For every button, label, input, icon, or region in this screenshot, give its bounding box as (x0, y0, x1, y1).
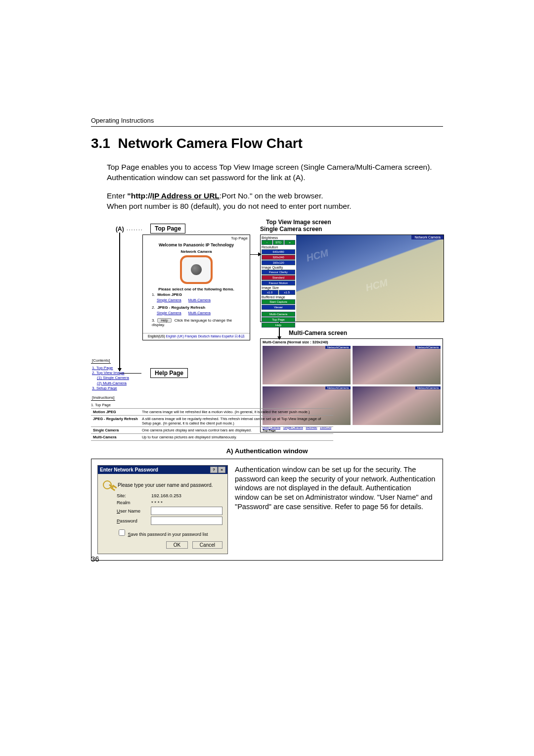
site-label: Site: (117, 493, 151, 498)
cancel-button[interactable]: Cancel (192, 541, 222, 549)
instructions-label: [Instructions] (91, 395, 115, 401)
instr-row-3: Single CameraOne camera picture display … (91, 426, 333, 433)
res-160[interactable]: 160x120 (262, 260, 295, 265)
brightness-std[interactable]: STD (273, 240, 284, 245)
top-page-camera-label: Network Camera (143, 249, 250, 254)
network-camera-tag: Network Camera (411, 235, 444, 239)
help-button[interactable]: Help (157, 318, 171, 323)
window-buttons: ?× (210, 467, 225, 473)
auth-description: Authentication window can be set up for … (235, 465, 437, 512)
multi-camera-head: Multi-Camera (Normal size : 320x240) (263, 340, 441, 344)
multi-camera-cell-4: NetworkCamera (353, 386, 441, 425)
watermark-1: HCM (305, 247, 330, 264)
quality-clarity[interactable]: Favour Clarity (262, 270, 295, 275)
flow-chart: (A) ······· Top Page Top View Image scre… (91, 220, 443, 437)
ok-button[interactable]: OK (166, 541, 188, 549)
single-camera-window: Brightness - STD + Resolution 640x480 32… (260, 235, 444, 322)
close-icon[interactable]: × (218, 467, 225, 473)
size-label: Image Size (262, 286, 295, 289)
link-multi-camera[interactable]: Multi-Camera (188, 298, 211, 302)
marker-a: (A) (116, 226, 124, 233)
help-link-4[interactable]: (2) Multi-Camera (97, 381, 249, 386)
section-heading: 3.1 Network Camera Flow Chart (91, 136, 443, 151)
top-page-window: Top Page Welcome to Panasonic IP Technol… (142, 235, 250, 340)
port-note: When port number is 80 (default), you do… (107, 202, 352, 210)
dialog-title: Enter Network Password (100, 467, 158, 472)
watermark-2: HCM (364, 277, 389, 293)
help-link-5[interactable]: 3. Setup Page (92, 386, 249, 391)
section-number: 3.1 (91, 136, 110, 151)
single-camera-image: Network Camera HCM HCM (296, 235, 444, 322)
password-input[interactable] (151, 517, 222, 525)
label-top-view: Top View Image screen (266, 219, 331, 226)
username-input[interactable] (151, 507, 222, 515)
dotted-connector: ······· (127, 227, 143, 233)
help-contents: [Contents] 1. Top Page 2. Top View Image… (91, 358, 249, 441)
password-label: Password (117, 518, 151, 523)
lang-options[interactable]: English (UK) Français Deutsch Italiano E… (166, 334, 245, 338)
page-number: 36 (91, 555, 99, 563)
save-password-checkbox[interactable] (119, 529, 125, 536)
quality-standard[interactable]: Standard (262, 275, 295, 280)
section-title: Network Camera Flow Chart (118, 136, 303, 151)
size-1x[interactable]: x1.0 (262, 290, 278, 295)
size-1-5x[interactable]: x1.5 (279, 290, 296, 295)
buffered-label: Buffered Image (262, 295, 295, 299)
label-top-page: Top Page (150, 224, 185, 234)
top-page-small-title: Top Page (143, 235, 250, 241)
link-multi-camera-2[interactable]: Multi-Camera (188, 311, 211, 315)
arrow-a-down (119, 233, 120, 371)
brightness-label: Brightness (262, 236, 295, 239)
enter-url-instruction: Enter "http://IP Address or URL:Port No.… (107, 191, 443, 212)
lang-selected[interactable]: English(US) (148, 334, 165, 338)
resolution-label: Resolution (262, 245, 295, 249)
link-single-camera-2[interactable]: Single Camera (157, 311, 181, 315)
auth-frame: Enter Network Password ?× Please type yo… (91, 459, 443, 561)
help-link-3[interactable]: (1) Single Camera (97, 376, 249, 380)
instr-row-2: JPEG - Regularly RefreshA still camera i… (91, 415, 333, 426)
viewer[interactable]: Viewer (262, 305, 295, 310)
help-links: 1. Top Page 2. Top View Image (1) Single… (92, 366, 249, 391)
contents-label: [Contents] (91, 358, 111, 364)
auth-heading: A) Authentication window (91, 447, 443, 455)
help-link-1[interactable]: 1. Top Page (92, 366, 249, 371)
save-password-row: Save this password in your password list (117, 528, 222, 537)
username-label: User Name (117, 508, 151, 514)
nav-multi[interactable]: Multi-Camera (262, 312, 295, 317)
multi-camera-cell-2: NetworkCamera (353, 346, 441, 384)
key-icon (103, 479, 115, 491)
res-320[interactable]: 320x240 (262, 255, 295, 260)
realm-value: * * * * (151, 500, 163, 505)
instr-head: 1. Top Page (91, 403, 249, 407)
site-value: 192.168.0.253 (151, 493, 181, 498)
camera-icon (180, 255, 213, 284)
help-link-2[interactable]: 2. Top View Image (92, 371, 249, 376)
brightness-minus[interactable]: - (262, 240, 272, 245)
instr-row-1: Motion JPEGThe camera image will be refr… (91, 408, 333, 415)
label-single-camera: Single Camera screen (260, 226, 322, 233)
quality-label: Image Quality (262, 266, 295, 269)
res-640[interactable]: 640x480 (262, 249, 295, 254)
brightness-plus[interactable]: + (284, 240, 295, 245)
top-page-instruction: Please select one of the following items… (143, 287, 250, 291)
dialog-prompt: Please type your user name and password. (118, 482, 213, 488)
intro-paragraph: Top Page enables you to access Top View … (107, 162, 443, 183)
top-page-welcome: Welcome to Panasonic IP Technology (143, 241, 250, 249)
link-single-camera[interactable]: Single Camera (157, 298, 181, 302)
label-multi-camera: Multi-Camera screen (289, 330, 347, 336)
auth-dialog: Enter Network Password ?× Please type yo… (97, 465, 228, 554)
language-bar[interactable]: English(US) English (UK) Français Deutsc… (143, 333, 250, 340)
dialog-titlebar: Enter Network Password ?× (98, 466, 227, 474)
instr-row-4: Multi-CameraUp to four cameras pictures … (91, 433, 333, 440)
instructions-table: Motion JPEGThe camera image will be refr… (91, 408, 333, 441)
item-motion-jpeg: Motion JPEG (157, 292, 182, 297)
single-camera-controls: Brightness - STD + Resolution 640x480 32… (261, 235, 296, 322)
nav-help[interactable]: Help (262, 323, 295, 328)
arrow-to-single (249, 254, 259, 255)
help-icon[interactable]: ? (210, 467, 218, 473)
quality-motion[interactable]: Favour Motion (262, 281, 295, 285)
multi-camera-cell-1: NetworkCamera (263, 346, 351, 384)
start-capture[interactable]: Start Capture (262, 299, 295, 304)
running-head: Operating Instructions (91, 117, 443, 124)
nav-top[interactable]: Top Page (262, 317, 295, 322)
